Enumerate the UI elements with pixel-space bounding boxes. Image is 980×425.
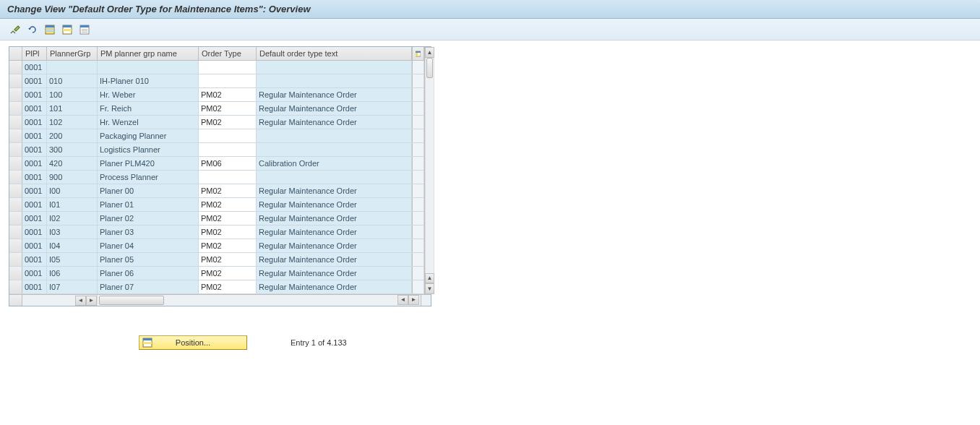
row-trailing-gap [412, 143, 424, 156]
cell-ordertype[interactable]: PM02 [199, 226, 257, 239]
cell-ordertypetext: Regular Maintenance Order [257, 116, 412, 129]
cell-plannername: Packaging Planner [98, 129, 199, 142]
table-row: 0001I04Planer 04PM02Regular Maintenance … [9, 239, 424, 253]
cell-ordertype[interactable]: PM02 [199, 253, 257, 266]
cell-ordertypetext: Regular Maintenance Order [257, 280, 412, 293]
col-header-plpl[interactable]: PlPl [22, 47, 47, 60]
svg-rect-5 [63, 25, 72, 27]
table-row: 0001I01Planer 01PM02Regular Maintenance … [9, 198, 424, 212]
select-all-icon[interactable] [42, 22, 58, 37]
cell-ordertypetext: Regular Maintenance Order [257, 253, 412, 266]
view-title-bar: Change View "Default Order Type for Main… [0, 0, 980, 19]
scroll-down-icon[interactable]: ▼ [425, 283, 434, 294]
cell-ordertype[interactable] [199, 171, 257, 184]
cell-ordertypetext: Regular Maintenance Order [257, 88, 412, 101]
row-selector[interactable] [9, 61, 22, 74]
row-trailing-gap [412, 102, 424, 115]
row-trailing-gap [412, 171, 424, 184]
row-selector[interactable] [9, 212, 22, 225]
row-trailing-gap [412, 198, 424, 211]
cell-ordertype[interactable]: PM02 [199, 102, 257, 115]
row-selector[interactable] [9, 198, 22, 211]
row-selector[interactable] [9, 157, 22, 170]
table-row: 0001200Packaging Planner [9, 129, 424, 143]
scroll-up-icon[interactable]: ▲ [425, 47, 434, 58]
scroll-down-near-end-icon[interactable]: ▲ [425, 273, 434, 283]
cell-plannername: Planer 04 [98, 239, 199, 252]
scroll-thumb[interactable] [426, 58, 433, 78]
position-icon [142, 338, 152, 349]
row-selector[interactable] [9, 129, 22, 142]
row-selector[interactable] [9, 253, 22, 266]
configure-columns-icon[interactable] [412, 47, 424, 60]
scroll-track[interactable] [425, 58, 434, 273]
cell-plpl: 0001 [22, 74, 47, 87]
cell-ordertype[interactable]: PM02 [199, 212, 257, 225]
cell-plannername: Planer 01 [98, 198, 199, 211]
cell-ordertype[interactable]: PM02 [199, 280, 257, 293]
scroll-right-start-icon[interactable]: ► [86, 296, 97, 306]
row-trailing-gap [412, 184, 424, 197]
cell-plannername [98, 61, 199, 74]
svg-rect-1 [46, 25, 54, 27]
row-selector[interactable] [9, 143, 22, 156]
footer-bar: Position... Entry 1 of 4.133 [9, 335, 980, 350]
cell-plannername: Hr. Weber [98, 88, 199, 101]
cell-ordertypetext: Calibration Order [257, 157, 412, 170]
table-row: 0001100Hr. WeberPM02Regular Maintenance … [9, 88, 424, 102]
cell-ordertype[interactable] [199, 143, 257, 156]
cell-plannername: Planer 06 [98, 267, 199, 280]
cell-plannergrp: 010 [47, 74, 98, 87]
cell-ordertype[interactable]: PM06 [199, 157, 257, 170]
row-trailing-gap [412, 116, 424, 129]
cell-ordertype[interactable] [199, 129, 257, 142]
row-selector[interactable] [9, 171, 22, 184]
col-header-ordertype[interactable]: Order Type [199, 47, 257, 60]
cell-ordertype[interactable]: PM02 [199, 116, 257, 129]
hscroll-thumb[interactable] [99, 296, 164, 305]
cell-plannergrp [47, 61, 98, 74]
horizontal-scrollbar[interactable]: ◄ ► ◄ ► [9, 294, 431, 306]
svg-rect-2 [46, 28, 54, 30]
row-trailing-gap [412, 267, 424, 280]
svg-rect-14 [416, 51, 421, 53]
undo-icon[interactable] [25, 22, 40, 37]
row-selector[interactable] [9, 226, 22, 239]
position-button[interactable]: Position... [139, 335, 247, 350]
cell-ordertypetext: Regular Maintenance Order [257, 102, 412, 115]
cell-plpl: 0001 [22, 102, 47, 115]
table-row: 0001I05Planer 05PM02Regular Maintenance … [9, 253, 424, 267]
col-header-plannergrp[interactable]: PlannerGrp [47, 47, 98, 60]
scroll-right-icon[interactable]: ► [408, 295, 419, 305]
cell-ordertype[interactable]: PM02 [199, 239, 257, 252]
cell-ordertype[interactable]: PM02 [199, 198, 257, 211]
cell-plannergrp: I05 [47, 253, 98, 266]
row-selector[interactable] [9, 239, 22, 252]
scroll-left-icon[interactable]: ◄ [75, 296, 86, 306]
cell-ordertype[interactable] [199, 74, 257, 87]
row-selector[interactable] [9, 102, 22, 115]
row-trailing-gap [412, 253, 424, 266]
col-header-plannername[interactable]: PM planner grp name [98, 47, 199, 60]
scroll-left-end-icon[interactable]: ◄ [397, 295, 408, 305]
select-all-corner[interactable] [9, 47, 22, 60]
col-header-ordertypetext[interactable]: Default order type text [257, 47, 412, 60]
row-selector[interactable] [9, 116, 22, 129]
row-trailing-gap [412, 61, 424, 74]
cell-ordertype[interactable] [199, 61, 257, 74]
cell-plannername: Hr. Wenzel [98, 116, 199, 129]
cell-ordertype[interactable]: PM02 [199, 184, 257, 197]
row-selector[interactable] [9, 267, 22, 280]
deselect-all-icon[interactable] [77, 22, 93, 37]
toggle-display-change-icon[interactable] [7, 22, 23, 37]
table-row: 0001010IH-Planer 010 [9, 74, 424, 88]
cell-plpl: 0001 [22, 157, 47, 170]
row-selector[interactable] [9, 184, 22, 197]
cell-ordertype[interactable]: PM02 [199, 267, 257, 280]
row-selector[interactable] [9, 74, 22, 87]
vertical-scrollbar[interactable]: ▲ ▲ ▼ [424, 47, 434, 294]
cell-ordertype[interactable]: PM02 [199, 88, 257, 101]
row-selector[interactable] [9, 88, 22, 101]
row-selector[interactable] [9, 280, 22, 293]
select-block-icon[interactable] [59, 22, 75, 37]
